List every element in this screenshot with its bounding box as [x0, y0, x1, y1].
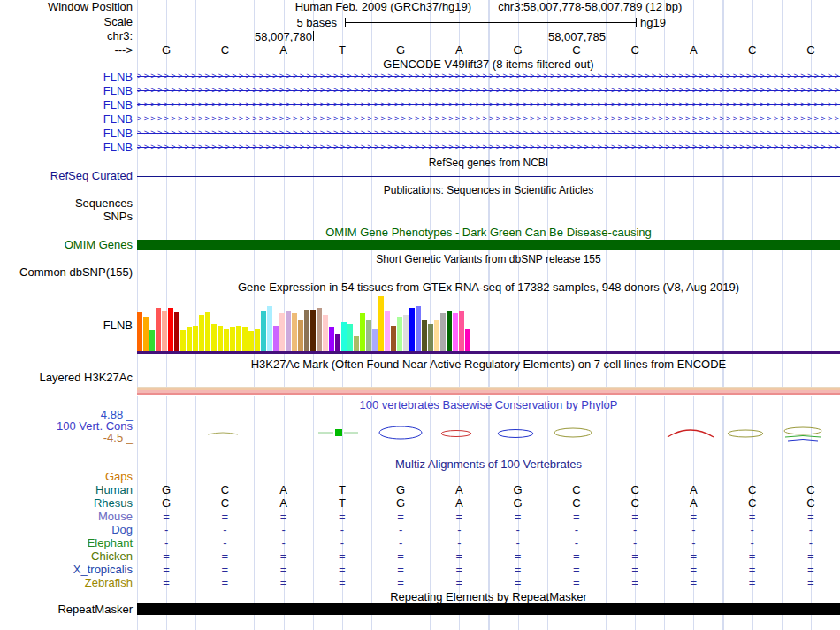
snps-label: SNPs [103, 211, 133, 223]
coordinate-label: 58,007,785 [548, 30, 606, 43]
gtex-tissue-bar[interactable] [440, 313, 446, 352]
gtex-tissue-bar[interactable] [286, 311, 291, 352]
gtex-tissue-bar[interactable] [372, 329, 378, 352]
gtex-tissue-bar[interactable] [329, 327, 334, 352]
conservation-peak [728, 430, 763, 437]
gtex-tissue-bar[interactable] [137, 312, 142, 352]
gtex-tissue-bar[interactable] [261, 311, 266, 352]
gtex-tissue-bar[interactable] [447, 311, 452, 352]
gtex-tissue-bar[interactable] [236, 326, 241, 352]
gtex-tissue-bar[interactable] [211, 324, 217, 352]
alignment-cell: C [782, 497, 840, 510]
gtex-tissue-bar[interactable] [149, 330, 155, 352]
h3k27ac-signal-band[interactable] [137, 387, 840, 396]
window-position-line: Human Feb. 2009 (GRCh37/hg19) chr3:58,00… [137, 1, 840, 13]
gtex-tissue-bar[interactable] [465, 329, 470, 352]
gtex-tissue-bar[interactable] [242, 327, 248, 352]
gtex-tissue-bar[interactable] [391, 326, 396, 352]
alignment-row[interactable]: ------------ [137, 537, 840, 549]
alignment-cell: = [255, 564, 313, 576]
gtex-tissue-bar[interactable] [416, 306, 421, 352]
gtex-tissue-bar[interactable] [168, 308, 173, 352]
gene-transcript-line[interactable]: >>>>>>>>>>>>>>>>>>>>>>>>>>>>>>>>>>>>>>>>… [137, 127, 840, 140]
alignment-row[interactable]: ------------ [137, 524, 840, 536]
gene-transcript-line[interactable]: >>>>>>>>>>>>>>>>>>>>>>>>>>>>>>>>>>>>>>>>… [137, 70, 840, 83]
alignment-cell: = [664, 564, 722, 576]
gtex-tissue-bar[interactable] [156, 308, 161, 352]
alignment-cell: = [547, 577, 606, 589]
gtex-tissue-bar[interactable] [434, 320, 439, 352]
gtex-tissue-bar[interactable] [298, 320, 303, 352]
omim-genes-label: OMIM Genes [65, 239, 133, 251]
gtex-tissue-bar[interactable] [323, 315, 328, 352]
gtex-tissue-bar[interactable] [403, 315, 409, 352]
gtex-tissue-bar[interactable] [459, 311, 464, 352]
alignment-cell: = [195, 511, 254, 523]
gene-transcript-line[interactable]: >>>>>>>>>>>>>>>>>>>>>>>>>>>>>>>>>>>>>>>>… [137, 98, 840, 111]
gtex-tissue-bar[interactable] [162, 311, 167, 352]
scale-title: Scale [103, 16, 133, 28]
alignment-cell: - [664, 524, 722, 536]
alignment-row[interactable]: GCATGAGCCACC [137, 497, 840, 510]
gtex-expression-bars[interactable] [137, 296, 840, 352]
alignment-cell: C [547, 497, 606, 510]
gtex-tissue-bar[interactable] [230, 327, 235, 352]
gtex-tissue-bar[interactable] [409, 308, 415, 352]
species-label: Human [95, 484, 133, 496]
gtex-tissue-bar[interactable] [341, 322, 347, 352]
gtex-tissue-bar[interactable] [273, 326, 279, 352]
alignment-cell: - [664, 537, 722, 549]
alignment-row[interactable]: GCATGAGCCACC [137, 484, 840, 496]
gtex-tissue-bar[interactable] [378, 296, 384, 352]
gtex-tissue-bar[interactable] [304, 310, 309, 352]
refseq-curated-line[interactable] [137, 176, 840, 177]
gene-transcript-line[interactable]: >>>>>>>>>>>>>>>>>>>>>>>>>>>>>>>>>>>>>>>>… [137, 141, 840, 154]
gtex-tissue-bar[interactable] [354, 336, 359, 352]
gtex-tissue-bar[interactable] [428, 324, 433, 352]
repeatmasker-bar[interactable] [137, 603, 840, 615]
gtex-tissue-bar[interactable] [397, 317, 402, 352]
species-label: Chicken [91, 550, 133, 563]
alignment-row[interactable]: ============ [137, 550, 840, 563]
gtex-tissue-bar[interactable] [193, 326, 198, 352]
gtex-tissue-bar[interactable] [248, 331, 254, 352]
gtex-tissue-bar[interactable] [292, 313, 297, 352]
gene-transcript-line[interactable]: >>>>>>>>>>>>>>>>>>>>>>>>>>>>>>>>>>>>>>>>… [137, 112, 840, 126]
gtex-tissue-bar[interactable] [267, 306, 272, 352]
alignment-cell: = [255, 550, 313, 563]
alignment-cell: - [430, 537, 488, 549]
gtex-tissue-bar[interactable] [187, 327, 192, 352]
gtex-tissue-bar[interactable] [255, 329, 260, 352]
gtex-tissue-bar[interactable] [360, 313, 365, 352]
alignment-cell: = [137, 564, 195, 576]
genome-browser: Human Feb. 2009 (GRCh37/hg19) chr3:58,00… [0, 0, 840, 630]
gtex-tissue-bar[interactable] [205, 312, 210, 352]
gtex-tissue-bar[interactable] [143, 317, 149, 352]
omim-genes-bar[interactable] [137, 240, 840, 250]
gtex-tissue-bar[interactable] [422, 320, 427, 352]
gtex-tissue-bar[interactable] [347, 324, 353, 352]
gtex-tissue-bar[interactable] [174, 312, 179, 352]
gtex-tissue-bar[interactable] [218, 326, 223, 352]
gene-transcript-line[interactable]: >>>>>>>>>>>>>>>>>>>>>>>>>>>>>>>>>>>>>>>>… [137, 84, 840, 97]
alignment-row[interactable]: ============ [137, 511, 840, 523]
alignment-cell: - [371, 537, 430, 549]
alignment-row[interactable]: ============ [137, 564, 840, 576]
gtex-tissue-bar[interactable] [310, 310, 316, 352]
base-sequence-row[interactable]: GCATGAGCCACC [137, 44, 840, 57]
alignment-row[interactable]: ============ [137, 577, 840, 589]
gtex-tissue-bar[interactable] [453, 313, 458, 352]
gtex-tissue-bar[interactable] [224, 329, 229, 352]
alignment-cell: G [137, 484, 195, 496]
gtex-tissue-bar[interactable] [199, 315, 204, 352]
gtex-tissue-bar[interactable] [317, 308, 322, 352]
conservation-peak [208, 433, 238, 434]
gtex-tissue-bar[interactable] [385, 311, 390, 352]
base-letter: C [195, 44, 254, 57]
gtex-tissue-bar[interactable] [180, 330, 186, 352]
gtex-tissue-bar[interactable] [366, 320, 371, 352]
conservation-wiggle[interactable] [137, 409, 840, 449]
gtex-tissue-bar[interactable] [335, 334, 340, 352]
gtex-tissue-bar[interactable] [279, 313, 285, 352]
base-letter: A [255, 44, 313, 57]
